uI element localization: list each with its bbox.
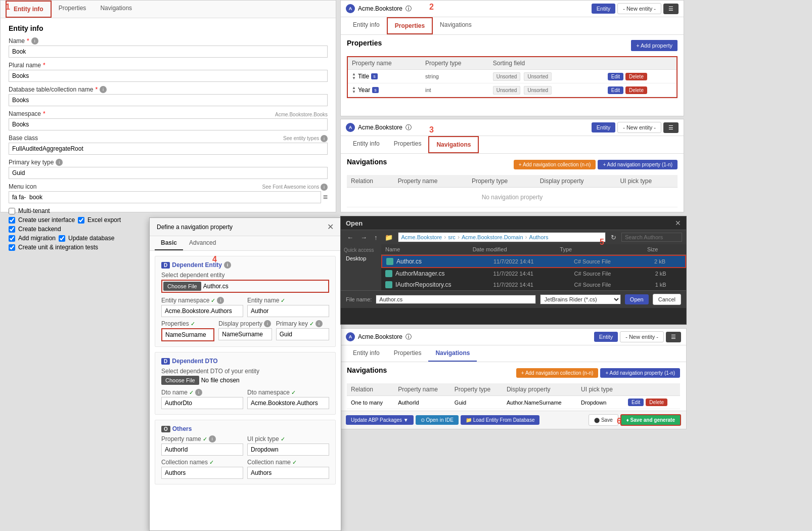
namespace-input[interactable] <box>9 118 328 130</box>
plural-name-input[interactable] <box>9 70 328 82</box>
update-db-checkbox[interactable] <box>59 235 65 242</box>
tab-navigations-6[interactable]: Navigations <box>428 345 477 362</box>
file-row-authormanager[interactable]: AuthorManager.cs 11/7/2022 14:41 C# Sour… <box>381 268 686 279</box>
file-path-bar[interactable]: Acme.Bookstore › src › Acme.Bookstore.Do… <box>398 232 606 242</box>
property-name-others-input[interactable] <box>161 444 243 456</box>
nav-folder-btn[interactable]: 📁 <box>383 233 395 242</box>
properties-input[interactable] <box>161 328 214 341</box>
tab-properties-6[interactable]: Properties <box>387 345 429 362</box>
nav-back-btn[interactable]: ← <box>345 233 355 242</box>
menu-btn-2[interactable]: ☰ <box>663 4 679 14</box>
add-property-btn-3[interactable]: + Add navigation property (1-n) <box>598 160 678 169</box>
pk-info-icon[interactable]: i <box>56 159 63 166</box>
base-class-input[interactable] <box>9 143 328 155</box>
entity-file-value: Author.cs <box>203 283 229 290</box>
nav-up-btn[interactable]: ↑ <box>372 233 380 242</box>
multi-tenant-checkbox-row: Multi-tenant <box>9 207 328 214</box>
file-open-btn[interactable]: Open <box>625 294 649 304</box>
entity-namespace-input[interactable] <box>161 305 243 317</box>
primary-key-group: Primary key typei <box>9 159 328 179</box>
file-dialog-close[interactable]: ✕ <box>675 219 681 227</box>
dialog-close-btn[interactable]: ✕ <box>327 222 334 232</box>
file-row-iauthorrepo[interactable]: IAuthorRepository.cs 11/7/2022 14:41 C# … <box>381 279 686 290</box>
tab-properties-2[interactable]: Properties <box>387 17 433 34</box>
dto-namespace-input[interactable] <box>247 397 329 409</box>
nav-row-authorid: One to many AuthorId Guid Author.NameSur… <box>347 396 680 409</box>
db-table-input[interactable] <box>9 94 328 106</box>
choose-file-dto-btn[interactable]: Choose File <box>161 376 199 385</box>
add-property-btn[interactable]: + Add property <box>631 40 678 51</box>
file-search-input[interactable] <box>621 233 682 242</box>
menu-btn-6[interactable]: ☰ <box>666 332 681 342</box>
new-entity-btn-3[interactable]: - New entity - <box>617 122 661 133</box>
entity-btn-2[interactable]: Entity <box>592 4 616 14</box>
menu-icon-input[interactable] <box>9 191 321 203</box>
delete-nav-btn[interactable]: Delete <box>646 399 667 406</box>
primary-key-input[interactable] <box>9 167 328 179</box>
add-collection-btn-6[interactable]: + Add navigation collection (n-n) <box>516 368 599 378</box>
name-info-icon[interactable]: i <box>31 37 38 45</box>
add-migration-checkbox[interactable] <box>9 235 15 242</box>
nav-tab-advanced[interactable]: Advanced <box>183 236 222 250</box>
file-name-input[interactable] <box>376 295 535 304</box>
nav-forward-btn[interactable]: → <box>358 233 369 242</box>
add-property-btn-6[interactable]: + Add navigation property (1-n) <box>600 368 680 378</box>
entity-btn-6[interactable]: Entity <box>594 332 618 342</box>
sidebar-desktop[interactable]: Desktop <box>344 254 378 263</box>
update-abp-btn[interactable]: Update ABP Packages ▼ <box>346 415 414 425</box>
edit-year-btn[interactable]: Edit <box>608 86 623 94</box>
create-ui-checkbox[interactable] <box>9 217 15 224</box>
dto-name-info[interactable]: i <box>195 389 202 396</box>
multi-tenant-checkbox[interactable] <box>9 208 15 214</box>
file-cancel-btn[interactable]: Cancel <box>653 294 681 305</box>
tab-entity-info-1[interactable]: Entity info <box>6 1 52 18</box>
ui-pick-type-input[interactable] <box>247 444 329 456</box>
display-property-input[interactable] <box>218 328 272 340</box>
entity-name-input[interactable] <box>247 305 329 317</box>
tab-navigations-2[interactable]: Navigations <box>433 17 479 34</box>
tab-properties-3[interactable]: Properties <box>387 136 429 153</box>
tab-navigations-3[interactable]: Navigations <box>428 136 479 153</box>
entity-btn-3[interactable]: Entity <box>592 122 616 132</box>
tab-entity-info-2[interactable]: Entity info <box>346 17 387 34</box>
display-prop-info[interactable]: i <box>264 320 271 327</box>
edit-title-btn[interactable]: Edit <box>608 73 623 80</box>
save-generate-btn[interactable]: ♦ Save and generate <box>620 414 681 426</box>
tab-entity-info-3[interactable]: Entity info <box>346 136 387 153</box>
menu-btn-3[interactable]: ☰ <box>663 122 679 133</box>
collection-name-input[interactable] <box>247 467 329 479</box>
add-collection-btn-3[interactable]: + Add navigation collection (n-n) <box>514 160 596 169</box>
open-ide-btn[interactable]: ⊙ Open in IDE <box>416 415 459 425</box>
excel-export-checkbox[interactable] <box>78 217 84 224</box>
create-tests-checkbox[interactable] <box>9 244 15 251</box>
primary-key-input-dialog[interactable] <box>276 328 329 340</box>
file-row-author[interactable]: Author.cs 11/7/2022 14:41 C# Source File… <box>381 255 686 268</box>
dto-name-input[interactable] <box>161 397 243 409</box>
nav-tab-basic[interactable]: Basic <box>155 236 183 250</box>
new-entity-btn-2[interactable]: - New entity - <box>617 3 661 14</box>
delete-year-btn[interactable]: Delete <box>625 86 647 94</box>
tab-navigations-1[interactable]: Navigations <box>93 1 139 18</box>
load-entity-btn[interactable]: 📁 Load Entity From Database <box>461 415 540 425</box>
dto-name-group: Dto name ✓ i <box>161 389 243 409</box>
pk-info-dialog[interactable]: i <box>315 320 323 327</box>
delete-title-btn[interactable]: Delete <box>625 73 647 80</box>
entity-ns-info[interactable]: i <box>217 297 224 304</box>
tab-properties-1[interactable]: Properties <box>52 1 94 18</box>
db-info-icon[interactable]: i <box>100 86 107 93</box>
base-class-info-icon[interactable]: i <box>321 135 328 142</box>
refresh-btn[interactable]: ↻ <box>609 233 618 242</box>
step-5: 5 <box>600 238 604 247</box>
edit-nav-btn[interactable]: Edit <box>628 399 644 406</box>
prop-name-info[interactable]: i <box>209 435 216 442</box>
choose-file-entity-btn[interactable]: Choose File <box>163 282 201 291</box>
tab-entity-info-6[interactable]: Entity info <box>346 345 387 362</box>
new-entity-btn-6[interactable]: - New entity - <box>620 331 664 342</box>
name-input[interactable] <box>9 46 328 58</box>
save-btn[interactable]: ⬤ Save <box>589 414 618 426</box>
file-type-select[interactable]: JetBrains Rider (*.cs) <box>540 294 621 304</box>
create-backend-checkbox[interactable] <box>9 226 15 233</box>
collection-names-input[interactable] <box>161 467 243 479</box>
dep-entity-info[interactable]: i <box>224 261 231 269</box>
menu-info-icon[interactable]: i <box>321 184 328 191</box>
